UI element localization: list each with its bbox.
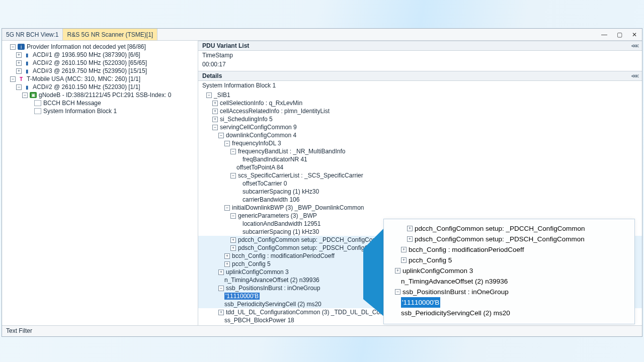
tree-node[interactable]: subcarrierSpacing (1) kHz30 xyxy=(243,188,319,195)
pdu-variant-header[interactable]: PDU Variant List<<< xyxy=(198,41,642,51)
expand-icon[interactable]: + xyxy=(395,268,400,274)
detail-title: System Information Block 1 xyxy=(198,81,642,90)
tree-node[interactable]: _SIB1 xyxy=(214,92,230,99)
tree-node[interactable]: n_TimingAdvanceOffset (2) n39936 xyxy=(224,277,319,284)
collapse-icon[interactable]: − xyxy=(206,93,212,98)
collapse-icon[interactable]: − xyxy=(212,125,218,130)
expand-icon[interactable]: + xyxy=(212,117,218,122)
collapse-icon[interactable]: − xyxy=(230,213,236,219)
collapse-icon[interactable]: − xyxy=(218,286,224,291)
tree-node[interactable]: offsetToCarrier 0 xyxy=(243,180,287,187)
expand-icon[interactable]: + xyxy=(218,310,224,315)
tree-node[interactable]: servingCellConfigCommon 9 xyxy=(220,124,297,131)
expand-icon[interactable]: + xyxy=(212,101,218,106)
expand-icon[interactable]: + xyxy=(16,52,22,58)
antenna-icon: ▮ xyxy=(24,68,31,74)
tree-node[interactable]: T-Mobile USA (MCC: 310, MNC: 260) [1/1] xyxy=(27,75,140,82)
tab-label: 5G NR BCH View:1 xyxy=(6,31,58,38)
expand-icon[interactable]: + xyxy=(401,257,407,263)
expand-icon[interactable]: + xyxy=(16,68,22,74)
zoom-node: uplinkConfigCommon 3 xyxy=(403,265,473,276)
collapse-icon[interactable]: <<< xyxy=(631,73,638,79)
tree-node[interactable]: cellAccessRelatedInfo : plmn_IdentityLis… xyxy=(220,108,330,115)
collapse-icon[interactable]: <<< xyxy=(631,43,638,49)
document-icon xyxy=(34,100,41,106)
header-label: Details xyxy=(202,72,222,79)
provider-tree[interactable]: −iProvider Information not decoded yet [… xyxy=(2,41,198,325)
expand-icon[interactable]: + xyxy=(407,236,413,242)
text-filter-label[interactable]: Text Filter xyxy=(6,327,32,334)
tree-node[interactable]: subcarrierSpacing (1) kHz30 xyxy=(243,228,319,235)
antenna-icon: ▮ xyxy=(24,52,31,58)
tree-node[interactable]: Provider Information not decoded yet [86… xyxy=(27,43,146,50)
tree-node[interactable]: ACD#2 @ 2610.150 MHz (522030) [65/65] xyxy=(33,59,147,66)
tree-node[interactable]: ACD#2 @ 2610.150 MHz (522030) [1/1] xyxy=(33,83,140,90)
collapse-icon[interactable]: − xyxy=(224,205,230,211)
tab-bch-view[interactable]: 5G NR BCH View:1 xyxy=(2,29,63,40)
zoom-node: pcch_Config 5 xyxy=(409,255,452,265)
tree-node-selected[interactable]: '11110000'B xyxy=(224,293,260,300)
tree-node[interactable]: ssb_PositionsInBurst : inOneGroup xyxy=(226,285,320,292)
tree-node[interactable]: si_SchedulingInfo 5 xyxy=(220,116,273,123)
details-header[interactable]: Details<<< xyxy=(198,71,642,81)
tree-node[interactable]: BCCH BCH Message xyxy=(43,100,101,107)
tree-node[interactable]: gNodeB - ID:388/21121/45 PCI:291 SSB-Ind… xyxy=(39,92,172,99)
tree-node[interactable]: cellSelectionInfo : q_RxLevMin xyxy=(220,100,302,107)
zoom-node: bcch_Config : modificationPeriodCoeff xyxy=(409,244,524,255)
zoom-node: ssb_PeriodicityServingCell (2) ms20 xyxy=(401,308,510,318)
document-icon xyxy=(34,108,41,114)
tmobile-icon: T xyxy=(18,76,25,82)
tree-node[interactable]: System Information Block 1 xyxy=(43,108,117,115)
tree-node[interactable]: ssb_PeriodicityServingCell (2) ms20 xyxy=(224,301,321,308)
expand-icon[interactable]: + xyxy=(212,109,218,114)
timestamp-label: TimeStamp xyxy=(198,51,642,60)
status-bar: Text Filter xyxy=(2,325,642,336)
tree-node[interactable]: uplinkConfigCommon 3 xyxy=(226,268,289,276)
expand-icon[interactable]: + xyxy=(218,269,224,275)
antenna-icon: ▮ xyxy=(24,60,31,66)
tree-node[interactable]: scs_SpecificCarrierList : _SCS_SpecificC… xyxy=(238,172,363,179)
tree-node[interactable]: frequencyBandList : _NR_MultiBandInfo xyxy=(238,148,345,155)
collapse-icon[interactable]: − xyxy=(230,173,236,178)
tree-node[interactable]: ACD#1 @ 1936.950 MHz (387390) [6/6] xyxy=(33,51,140,58)
collapse-icon[interactable]: − xyxy=(218,133,224,138)
close-button[interactable]: ✕ xyxy=(627,29,642,40)
tree-node[interactable]: pcch_Config 5 xyxy=(232,260,271,267)
tree-node[interactable]: frequencyInfoDL 3 xyxy=(232,140,281,147)
tree-node[interactable]: carrierBandwidth 106 xyxy=(243,196,299,203)
tab-label: R&S 5G NR Scanner (TSME)[1] xyxy=(67,31,153,38)
tab-scanner[interactable]: R&S 5G NR Scanner (TSME)[1] xyxy=(63,29,157,40)
expand-icon[interactable]: + xyxy=(16,60,22,66)
expand-icon[interactable]: + xyxy=(224,261,230,267)
collapse-icon[interactable]: − xyxy=(224,141,230,146)
minimize-button[interactable]: — xyxy=(597,29,612,40)
expand-icon[interactable]: + xyxy=(224,253,230,259)
tree-node[interactable]: ACD#3 @ 2619.750 MHz (523950) [15/15] xyxy=(33,67,147,74)
collapse-icon[interactable]: − xyxy=(395,289,400,295)
zoom-node: ssb_PositionsInBurst : inOneGroup xyxy=(403,287,509,297)
tree-node[interactable]: downlinkConfigCommon 4 xyxy=(226,132,296,139)
header-label: PDU Variant List xyxy=(202,42,249,49)
collapse-icon[interactable]: − xyxy=(10,44,16,50)
zoom-node: pdsch_ConfigCommon setup: _PDSCH_ConfigC… xyxy=(415,234,585,244)
collapse-icon[interactable]: − xyxy=(10,76,16,82)
info-icon: i xyxy=(18,44,25,50)
expand-icon[interactable]: + xyxy=(401,247,407,252)
tree-node[interactable]: bcch_Config : modificationPeriodCoeff xyxy=(232,252,335,259)
maximize-button[interactable]: ▢ xyxy=(612,29,627,40)
expand-icon[interactable]: + xyxy=(230,237,236,243)
tree-node[interactable]: offsetToPointA 84 xyxy=(236,164,283,171)
zoom-callout: +pdcch_ConfigCommon setup: _PDCCH_Config… xyxy=(383,219,635,324)
collapse-icon[interactable]: − xyxy=(230,149,236,154)
tree-node[interactable]: freqBandIndicatorNR 41 xyxy=(243,156,307,163)
collapse-icon[interactable]: − xyxy=(16,84,22,90)
zoom-node-selected: '11110000'B xyxy=(401,297,440,308)
expand-icon[interactable]: + xyxy=(407,226,413,231)
zoom-node: pdcch_ConfigCommon setup: _PDCCH_ConfigC… xyxy=(415,223,585,234)
expand-icon[interactable]: + xyxy=(230,245,236,251)
tree-node[interactable]: genericParameters (3) _BWP xyxy=(238,212,317,219)
collapse-icon[interactable]: − xyxy=(22,93,28,98)
tree-node[interactable]: initialDownlinkBWP (3) _BWP_DownlinkComm… xyxy=(232,204,364,211)
tree-node[interactable]: locationAndBandwidth 12951 xyxy=(243,220,320,227)
tree-node[interactable]: ss_PBCH_BlockPower 18 xyxy=(224,317,294,324)
